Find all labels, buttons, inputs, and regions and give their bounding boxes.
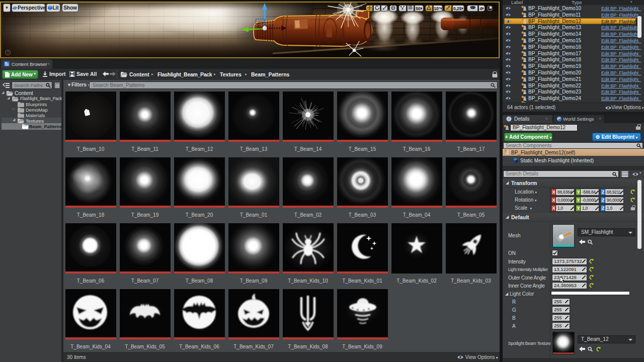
svg-text:i: i (508, 117, 509, 121)
